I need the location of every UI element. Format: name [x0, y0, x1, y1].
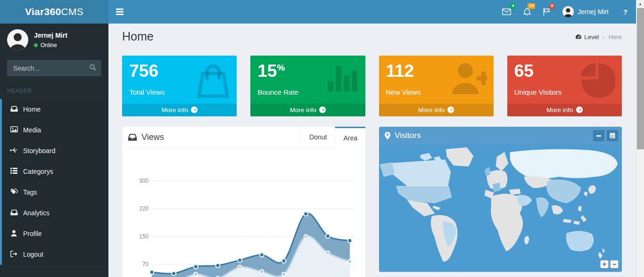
- sidebar-item-home[interactable]: Home: [2, 99, 108, 120]
- vertical-scrollbar: ▲: [636, 0, 644, 277]
- brand-bold: Viar360: [25, 6, 61, 17]
- views-tabs: Donut Area: [301, 127, 365, 148]
- world-map[interactable]: + −: [379, 145, 622, 272]
- arrow-circle-icon: [319, 106, 326, 113]
- scrollbar-thumb[interactable]: [637, 8, 644, 149]
- dashboard-icon: [575, 34, 582, 40]
- breadcrumb-current: Here: [609, 33, 622, 41]
- world-map-svg: [379, 145, 622, 272]
- sidebar-item-label: Media: [23, 126, 41, 134]
- map-new-zealand: [598, 248, 605, 259]
- arrow-circle-icon: [191, 106, 198, 113]
- user-plus-icon: [449, 62, 487, 94]
- sidebar-item-tags[interactable]: Tags: [2, 182, 108, 203]
- notifications-badge: 10: [528, 3, 535, 9]
- map-usa: [396, 186, 452, 203]
- more-info-link[interactable]: More info: [507, 104, 622, 116]
- arrow-circle-icon: [576, 106, 583, 113]
- breadcrumb-separator: >: [602, 34, 605, 40]
- stat-box-bounce-rate: 15% Bounce Rate More info: [250, 56, 365, 116]
- messages-badge: 4: [510, 3, 515, 9]
- tab-donut[interactable]: Donut: [301, 127, 335, 148]
- map-alaska: [380, 163, 395, 177]
- map-india: [537, 197, 549, 217]
- sidebar-item-label: Home: [23, 106, 41, 113]
- sign-out-icon: [10, 251, 18, 259]
- sidebar-item-profile[interactable]: Profile: [2, 223, 108, 244]
- svg-text:150: 150: [139, 233, 149, 240]
- map-canada: [387, 160, 451, 186]
- messages-menu[interactable]: 4: [496, 0, 517, 24]
- calendar-button[interactable]: [607, 130, 618, 141]
- map-zoom-out-button[interactable]: −: [610, 260, 619, 269]
- shopping-bag-icon: [196, 62, 230, 98]
- sidebar-item-logout[interactable]: Logout: [2, 244, 108, 265]
- sidebar-toggle-button[interactable]: [108, 0, 131, 24]
- map-zoom-in-button[interactable]: +: [600, 260, 609, 269]
- stat-box-unique-visitors: 65 Unique Visitors More info: [507, 56, 622, 116]
- sidebar-item-media[interactable]: Media: [2, 120, 108, 140]
- bar-chart-icon: [327, 62, 359, 91]
- map-madagascar: [524, 236, 529, 244]
- map-southeast-asia: [552, 205, 563, 214]
- views-box: Views Donut Area 070150220300: [122, 127, 365, 277]
- sidebar-search: [7, 60, 101, 76]
- inbox-icon: [10, 106, 18, 114]
- map-turkey: [509, 189, 520, 195]
- calendar-icon: [610, 132, 615, 138]
- breadcrumb: Level > Here: [575, 33, 622, 43]
- map-middle-east: [517, 195, 532, 206]
- top-bar: Viar360CMS 4 10: [0, 0, 636, 24]
- svg-text:300: 300: [139, 178, 149, 184]
- sidebar-item-label: Tags: [23, 188, 37, 196]
- sidebar-item-analytics[interactable]: Analytics: [2, 203, 108, 223]
- tags-icon: [10, 188, 18, 196]
- scrollbar-up-button[interactable]: ▲: [636, 0, 644, 8]
- brand-light: CMS: [61, 6, 83, 17]
- collapse-box-button[interactable]: [593, 130, 604, 141]
- breadcrumb-root-label: Level: [584, 33, 599, 41]
- visitors-box-title: Visitors: [385, 131, 421, 140]
- more-info-link[interactable]: More info: [379, 104, 494, 116]
- avatar: [562, 6, 574, 17]
- tab-area[interactable]: Area: [335, 127, 365, 148]
- brand-logo[interactable]: Viar360CMS: [0, 0, 108, 24]
- sidebar-item-label: Analytics: [23, 209, 50, 217]
- flags-menu[interactable]: 9: [537, 0, 556, 24]
- stats-row: 756 Total Views More info 15% Bounce Rat…: [122, 56, 622, 116]
- views-box-title: Views: [122, 127, 164, 148]
- flag-icon: [543, 8, 550, 16]
- map-indonesia: [563, 215, 586, 225]
- more-info-link[interactable]: More info: [250, 104, 365, 116]
- sidebar-section-label: HEADER: [0, 81, 108, 99]
- pie-chart-icon: [578, 62, 615, 99]
- stat-box-new-views: 112 New Views More info: [379, 56, 494, 116]
- breadcrumb-level-link[interactable]: Level: [575, 33, 599, 41]
- area-chart: 070150220300: [122, 148, 365, 277]
- user-icon: [10, 230, 18, 238]
- inbox-icon: [10, 209, 18, 217]
- sidebar-item-storyboard[interactable]: Storyboard: [2, 140, 108, 161]
- search-button[interactable]: [85, 61, 100, 75]
- online-status-dot: [34, 43, 38, 47]
- more-info-link[interactable]: More info: [122, 104, 237, 116]
- user-status-link[interactable]: Online: [34, 42, 67, 49]
- user-menu[interactable]: Jernej Mirt: [556, 0, 614, 24]
- help-button[interactable]: ?: [615, 0, 636, 24]
- sidebar-item-label: Storyboard: [23, 147, 55, 155]
- map-france-germany: [492, 182, 501, 192]
- sidebar-item-label: Logout: [23, 251, 43, 258]
- map-caribbean: [433, 206, 440, 210]
- sidebar-item-categorys[interactable]: Categorys: [2, 161, 108, 182]
- map-australia: [566, 231, 594, 251]
- map-philippines: [578, 206, 582, 212]
- navbar: 4 10 9 Jernej Mirt ?: [108, 0, 636, 24]
- notifications-menu[interactable]: 10: [517, 0, 537, 24]
- main-content: Home Level > Here 756 Total Views More i…: [108, 24, 636, 277]
- map-scandinavia: [496, 152, 508, 171]
- flags-badge: 9: [549, 3, 554, 9]
- image-icon: [10, 126, 18, 134]
- sidebar-user-panel: Jernej Mirt Online: [0, 24, 108, 57]
- search-icon: [90, 64, 96, 71]
- map-japan: [588, 185, 596, 194]
